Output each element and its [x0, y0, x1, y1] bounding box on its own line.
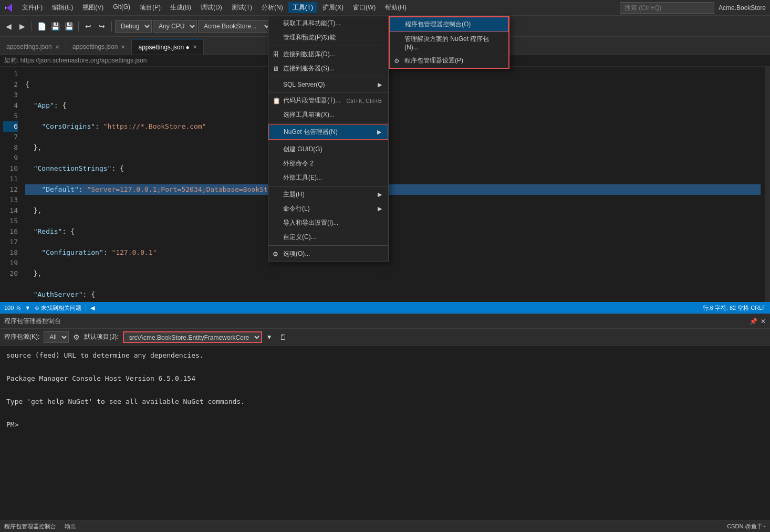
menu-cmdline[interactable]: 命令行(L) ▶ [268, 202, 388, 216]
status-bar: 100 % ▼ ⊙ 未找到相关问题 ◀ 行:6 字符: 82 空格 CRLF [0, 302, 770, 314]
menu-customize[interactable]: 自定义(C)... [268, 230, 388, 244]
debug-mode-select[interactable]: Debug [115, 20, 152, 33]
toolbar-sep2 [78, 21, 79, 32]
status-position: 行:6 字符: 82 空格 CRLF [703, 304, 766, 312]
line-num: 14 [3, 205, 18, 216]
status-bar-right: 行:6 字符: 82 空格 CRLF [703, 304, 766, 312]
toolbar-back[interactable]: ◀ [2, 20, 15, 33]
menu-view[interactable]: 视图(V) [78, 2, 108, 13]
menu-file[interactable]: 文件(F) [18, 2, 47, 13]
console-line [6, 384, 764, 396]
code-editor[interactable]: { "App": { "CorsOrigins": "https://*.Boo… [21, 67, 765, 308]
menu-edit[interactable]: 编辑(E) [48, 2, 77, 13]
menu-git[interactable]: Git(G) [109, 2, 134, 13]
console-line [6, 361, 764, 373]
menu-ext-tools[interactable]: 外部工具(E)... [268, 171, 388, 185]
gear-icon[interactable]: ⚙ [73, 333, 80, 341]
line-num: 12 [3, 184, 18, 195]
nuget-console[interactable]: 程序包管理器控制台(O) [390, 17, 508, 32]
menu-build[interactable]: 生成(B) [166, 2, 195, 13]
tools-menu: 获取工具和功能(T)... 管理和预览(P)功能 🗄 连接到数据库(D)... … [268, 16, 389, 262]
menu-connect-server[interactable]: 🖥 连接到服务器(S)... [268, 61, 388, 76]
menu-theme-label: 主题(H) [283, 190, 305, 199]
breadcrumb-text: 架构: https://json.schemastore.org/appsett… [4, 56, 147, 65]
menu-window[interactable]: 窗口(W) [349, 2, 380, 13]
menu-sep7 [268, 245, 388, 246]
tab-2[interactable]: appsettings.json ✕ [66, 39, 132, 55]
title-bar: 文件(F) 编辑(E) 视图(V) Git(G) 项目(P) 生成(B) 调试(… [0, 0, 770, 16]
menu-get-tools[interactable]: 获取工具和功能(T)... [268, 16, 388, 30]
toolbar-redo[interactable]: ↪ [96, 20, 108, 33]
bottom-tab-output[interactable]: 输出 [65, 523, 76, 530]
menu-nuget[interactable]: NuGet 包管理器(N) ▶ [268, 124, 388, 140]
nuget-arrow: ▶ [377, 129, 381, 135]
nuget-manage[interactable]: 管理解决方案的 NuGet 程序包(N)... [390, 32, 508, 54]
line-num: 9 [3, 153, 18, 163]
package-source-select[interactable]: All [44, 331, 69, 343]
toolbar-new[interactable]: 📄 [35, 20, 48, 33]
tab-1[interactable]: appsettings.json ✕ [0, 39, 66, 55]
menu-help[interactable]: 帮助(H) [381, 2, 411, 13]
menu-snippet[interactable]: 📋 代码片段管理器(T)... Ctrl+K, Ctrl+B [268, 93, 388, 108]
panel-pin[interactable]: 📌 [750, 318, 757, 325]
panel-title-bar: 程序包管理器控制台 📌 ✕ [0, 314, 770, 329]
server-icon: 🖥 [273, 65, 279, 72]
menu-manage-preview[interactable]: 管理和预览(P)功能 [268, 30, 388, 45]
menu-connect-db[interactable]: 🗄 连接到数据库(D)... [268, 47, 388, 61]
menu-options[interactable]: ⚙ 选项(O)... [268, 247, 388, 261]
toolbar-undo[interactable]: ↩ [82, 20, 95, 33]
line-num: 6 [3, 121, 18, 132]
line-num: 3 [3, 90, 18, 100]
tab-1-close[interactable]: ✕ [55, 44, 59, 50]
toolbar-save[interactable]: 💾 [49, 20, 61, 33]
menu-test[interactable]: 测试(T) [227, 2, 256, 13]
tab-3[interactable]: appsettings.json ● ✕ [132, 39, 203, 55]
toolbar-save-all[interactable]: 💾 [63, 20, 75, 33]
project-select[interactable]: Acme.BookStore... [198, 20, 272, 33]
menu-theme[interactable]: 主题(H) ▶ [268, 187, 388, 202]
sql-arrow: ▶ [378, 81, 382, 88]
platform-select[interactable]: Any CPU [153, 20, 197, 33]
panel-area: 程序包管理器控制台 📌 ✕ 程序包源(K): All ⚙ 默认项目(J): sr… [0, 314, 770, 532]
panel-content[interactable]: source (feed) URL to determine any depen… [0, 346, 770, 532]
menu-project[interactable]: 项目(P) [136, 2, 165, 13]
tab-2-close[interactable]: ✕ [121, 44, 125, 50]
menu-customize-label: 自定义(C)... [283, 233, 316, 242]
snippet-shortcut: Ctrl+K, Ctrl+B [346, 98, 382, 104]
menu-toolbox[interactable]: 选择工具箱项(X)... [268, 108, 388, 122]
tab-3-close[interactable]: ✕ [193, 44, 197, 50]
panel-close[interactable]: ✕ [761, 318, 766, 325]
cmdline-arrow: ▶ [378, 205, 382, 212]
menu-guid-label: 创建 GUID(G) [283, 145, 322, 154]
line-num: 17 [3, 237, 18, 247]
menu-analyze[interactable]: 分析(N) [257, 2, 287, 13]
menu-nuget-label: NuGet 包管理器(N) [284, 128, 338, 137]
console-prompt[interactable]: PM> [6, 419, 764, 431]
search-input[interactable] [620, 2, 714, 14]
menu-extensions[interactable]: 扩展(X) [318, 2, 348, 13]
toolbar-forward[interactable]: ▶ [16, 20, 28, 33]
menu-connect-server-label: 连接到服务器(S)... [283, 64, 335, 73]
nuget-console-label: 程序包管理器控制台(O) [405, 20, 471, 29]
menu-connect-db-label: 连接到数据库(D)... [283, 50, 335, 59]
menu-debug[interactable]: 调试(D) [196, 2, 226, 13]
menu-sql[interactable]: SQL Server(Q) ▶ [268, 78, 388, 91]
nuget-settings[interactable]: ⚙ 程序包管理器设置(P) [390, 54, 508, 68]
editor-scrollbar[interactable] [765, 67, 770, 308]
menu-tools[interactable]: 工具(T) [288, 2, 317, 13]
console-line: Type 'get-help NuGet' to see all availab… [6, 396, 764, 408]
menu-guid[interactable]: 创建 GUID(G) [268, 142, 388, 157]
default-project-select[interactable]: src\Acme.BookStore.EntityFrameworkCore [123, 331, 262, 343]
line-num: 5 [3, 111, 18, 121]
line-num: 4 [3, 100, 18, 111]
menu-import-export[interactable]: 导入和导出设置(I)... [268, 216, 388, 230]
menu-import-export-label: 导入和导出设置(I)... [283, 218, 338, 227]
bottom-tab-bar: 程序包管理器控制台 输出 CSDN @鱼干~ [0, 520, 770, 532]
menu-sep4 [268, 123, 388, 123]
menu-ext-cmd2[interactable]: 外部命令 2 [268, 157, 388, 171]
bottom-tab-console[interactable]: 程序包管理器控制台 [4, 523, 56, 530]
toolbar-sep1 [32, 21, 32, 32]
menu-sep5 [268, 141, 388, 141]
scroll-arrow-left[interactable]: ◀ [90, 305, 95, 311]
clear-console[interactable]: 🗒 [277, 331, 289, 343]
